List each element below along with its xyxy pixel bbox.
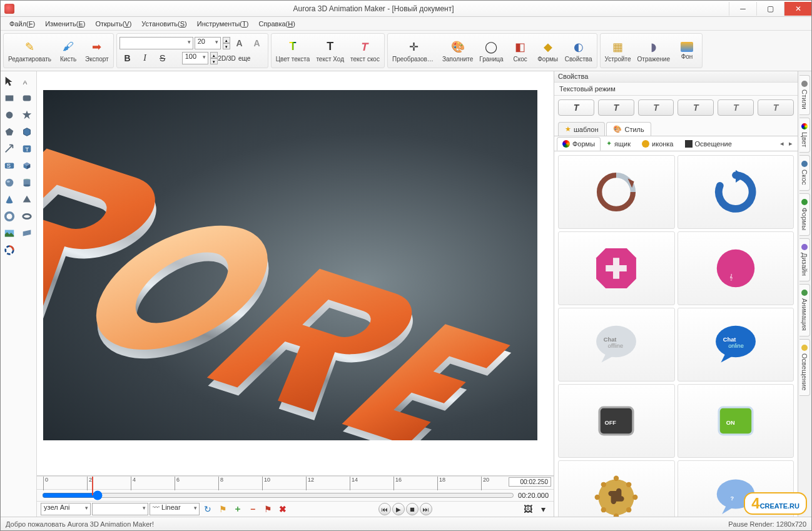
size-bottom-spin[interactable]: ▴▾ bbox=[210, 52, 218, 64]
reflect-button[interactable]: ◗Отражение bbox=[634, 38, 673, 64]
more-button[interactable]: еще bbox=[236, 51, 253, 65]
export-button[interactable]: ➡Экспорт bbox=[82, 38, 112, 64]
goto-start[interactable]: ⏮ bbox=[378, 503, 391, 515]
skewtext-button[interactable]: Tтекст скос bbox=[347, 38, 383, 64]
menu-set[interactable]: Установить(S) bbox=[136, 19, 191, 29]
minimize-button[interactable]: ─ bbox=[729, 2, 756, 16]
stop[interactable]: ⏹ bbox=[406, 503, 419, 515]
transform-button[interactable]: ✛Преобразование bbox=[389, 38, 439, 64]
vtab-anim[interactable]: Анимация bbox=[799, 284, 810, 336]
flag-key[interactable]: ⚑ bbox=[261, 503, 275, 515]
total-time[interactable]: 00:20.000 bbox=[518, 492, 549, 499]
font-combo[interactable] bbox=[119, 37, 193, 49]
bevel-button[interactable]: ◧Скос bbox=[507, 38, 534, 64]
tab-style[interactable]: 🎨Стиль bbox=[606, 122, 651, 136]
subtab-icon[interactable]: иконка bbox=[636, 137, 679, 151]
shape-puzzle-badge[interactable] bbox=[558, 460, 675, 517]
font-aa-button[interactable]: A bbox=[249, 36, 265, 50]
current-time[interactable]: 00:02.250 bbox=[509, 477, 551, 487]
svg-tool[interactable]: S bbox=[2, 158, 17, 173]
circle-tool[interactable] bbox=[2, 108, 17, 123]
roundrect-tool[interactable] bbox=[19, 91, 34, 106]
subtab-shapes[interactable]: Формы bbox=[557, 137, 601, 151]
textmode-3[interactable]: T bbox=[638, 99, 674, 116]
2d3d-button[interactable]: 2D/3D bbox=[219, 51, 235, 65]
timeline-slider[interactable] bbox=[42, 490, 514, 500]
remove-key[interactable]: − bbox=[246, 503, 260, 515]
textmode-6[interactable]: T bbox=[758, 99, 794, 116]
node-combo[interactable]: узел Ani bbox=[41, 503, 91, 515]
cylinder-tool[interactable] bbox=[19, 175, 34, 190]
edit-button[interactable]: ✎Редактировать bbox=[5, 38, 54, 64]
menu-tools[interactable]: Инструменты(T) bbox=[192, 19, 254, 29]
strike-button[interactable]: S bbox=[155, 51, 171, 65]
arrange-button[interactable]: ▦Устройте bbox=[602, 38, 634, 64]
shape-off-button[interactable]: OFF bbox=[558, 384, 675, 458]
shape-refresh-ring[interactable] bbox=[558, 155, 675, 229]
text-tool[interactable]: A bbox=[19, 74, 34, 89]
pyramid-tool[interactable] bbox=[19, 192, 34, 207]
polygon-tool[interactable] bbox=[2, 124, 17, 139]
textmode-5[interactable]: T bbox=[718, 99, 754, 116]
canvas-area[interactable] bbox=[37, 71, 554, 476]
bg-button[interactable]: Фон bbox=[673, 40, 701, 62]
3d-viewport[interactable] bbox=[43, 90, 537, 440]
arrow-tool[interactable] bbox=[2, 141, 17, 156]
brush-button[interactable]: 🖌Кисть bbox=[54, 38, 82, 64]
font-a-button[interactable]: A bbox=[231, 36, 248, 50]
torus-tool[interactable] bbox=[2, 209, 17, 224]
italic-button[interactable]: I bbox=[137, 51, 153, 65]
size-top-combo[interactable]: 20 bbox=[195, 37, 221, 49]
sphere-tool[interactable] bbox=[2, 175, 17, 190]
playhead[interactable] bbox=[92, 477, 93, 495]
vtab-color[interactable]: Цвет bbox=[799, 118, 810, 153]
plane-tool[interactable] bbox=[19, 226, 34, 241]
goto-end[interactable]: ⏭ bbox=[420, 503, 432, 515]
curve-combo[interactable]: 〰 Linear bbox=[150, 503, 200, 515]
cube-tool[interactable] bbox=[19, 124, 34, 139]
size-bottom-combo[interactable]: 100 bbox=[182, 52, 208, 64]
tab-template[interactable]: ★шаблон bbox=[558, 122, 605, 136]
refresh-anim[interactable]: ↻ bbox=[201, 503, 215, 515]
textmode-1[interactable]: T bbox=[558, 99, 594, 116]
border-button[interactable]: ◯Граница bbox=[476, 38, 506, 64]
shape-on-button[interactable]: ON bbox=[678, 384, 794, 458]
star-tool[interactable] bbox=[19, 108, 34, 123]
menu-help[interactable]: Справка(H) bbox=[253, 19, 300, 29]
cone-tool[interactable] bbox=[2, 192, 17, 207]
shape-plus-octagon[interactable] bbox=[558, 231, 675, 305]
shapes-button[interactable]: ◆Формы bbox=[534, 38, 562, 64]
maximize-button[interactable]: ▢ bbox=[756, 2, 784, 16]
props-button[interactable]: ◐Свойства bbox=[562, 38, 596, 64]
anim-combo[interactable] bbox=[92, 503, 148, 515]
preview-image[interactable]: 🖼 bbox=[521, 503, 535, 515]
shape-treble-clef[interactable]: 𝄞 bbox=[678, 231, 794, 305]
subtab-prev[interactable]: ◂ bbox=[778, 139, 786, 148]
text3d-tool[interactable]: T bbox=[19, 141, 34, 156]
size-top-spin[interactable]: ▴▾ bbox=[223, 37, 230, 49]
close-button[interactable]: ✕ bbox=[784, 2, 811, 16]
fill-button[interactable]: 🎨Заполните bbox=[439, 38, 476, 64]
delete-key[interactable]: ✖ bbox=[276, 503, 290, 515]
shape-chat-offline[interactable]: Chatoffline bbox=[558, 308, 675, 382]
textcolor-button[interactable]: TЦвет текста bbox=[273, 38, 313, 64]
rect-tool[interactable] bbox=[2, 91, 17, 106]
textmode-2[interactable]: T bbox=[598, 99, 634, 116]
preview-dropdown[interactable]: ▾ bbox=[536, 503, 550, 515]
add-key[interactable]: ＋ bbox=[231, 503, 245, 515]
menu-file[interactable]: Файл(F) bbox=[4, 19, 40, 29]
timeline-ruler[interactable]: 0 2 4 6 8 10 12 14 16 18 20 00:02.250 bbox=[37, 477, 554, 490]
vtab-design[interactable]: Дизайн bbox=[799, 238, 810, 281]
vtab-styles[interactable]: Стили bbox=[799, 75, 810, 115]
menu-open[interactable]: Открыть(V) bbox=[90, 19, 136, 29]
menu-edit[interactable]: Изменить(E) bbox=[40, 19, 90, 29]
box3d-tool[interactable] bbox=[19, 158, 34, 173]
vtab-shapes[interactable]: Формы bbox=[799, 193, 810, 236]
stroke-button[interactable]: Tтекст Ход bbox=[313, 38, 347, 64]
subtab-next[interactable]: ▸ bbox=[786, 139, 795, 148]
shape-chat-online[interactable]: Chatonline bbox=[678, 308, 794, 382]
shape-reload-arrow[interactable] bbox=[678, 155, 794, 229]
subtab-box[interactable]: ✦ящик bbox=[601, 136, 636, 151]
subtab-light[interactable]: Освещение bbox=[679, 137, 738, 151]
add-keyframe[interactable]: ⚑ bbox=[216, 503, 230, 515]
